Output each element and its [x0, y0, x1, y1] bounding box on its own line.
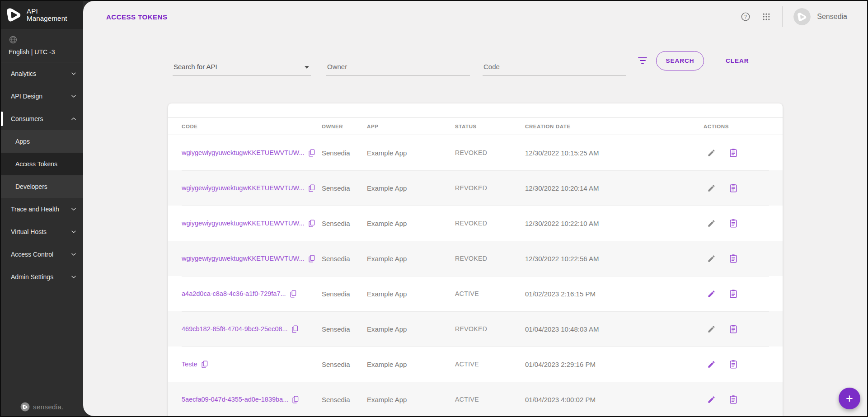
- sidebar-item-label: Analytics: [11, 70, 36, 77]
- sidebar-item-label: Virtual Hosts: [11, 228, 47, 235]
- clipboard-icon[interactable]: [729, 360, 737, 369]
- code-input-placeholder: Code: [483, 63, 500, 70]
- sidebar-item-access-tokens[interactable]: Access Tokens: [1, 153, 83, 175]
- table-row: wgiygewiygyuwektugwKKETUEWVTUW...Sensedi…: [168, 241, 783, 276]
- sidebar-item-consumers[interactable]: Consumers: [1, 108, 83, 130]
- page-title: ACCESS TOKENS: [106, 13, 167, 21]
- owner-input-placeholder: Owner: [327, 63, 347, 70]
- table-row: wgiygewiygyuwektugwKKETUEWVTUW...Sensedi…: [168, 206, 783, 241]
- sidebar-item-label: Access Control: [11, 251, 53, 258]
- app-logo: API Management: [1, 1, 83, 29]
- sidebar-item-analytics[interactable]: Analytics: [1, 62, 83, 85]
- topbar-divider: [782, 6, 783, 27]
- token-code-cell: Teste: [182, 361, 322, 368]
- app-cell: Example App: [367, 361, 455, 368]
- edit-pencil-icon[interactable]: [707, 184, 716, 192]
- clear-button[interactable]: CLEAR: [719, 51, 755, 70]
- sidebar-item-virtual-hosts[interactable]: Virtual Hosts: [1, 220, 83, 243]
- chevron-down-icon: [70, 228, 77, 235]
- clipboard-icon[interactable]: [729, 395, 737, 404]
- edit-pencil-icon[interactable]: [707, 360, 716, 369]
- locale-selector[interactable]: English | UTC -3: [1, 29, 83, 62]
- clipboard-icon[interactable]: [729, 289, 737, 298]
- sidebar-nav: AnalyticsAPI DesignConsumersAppsAccess T…: [1, 62, 83, 288]
- column-header-actions: ACTIONS: [704, 124, 769, 129]
- topbar-actions: ? Sensedia: [741, 6, 867, 27]
- owner-cell: Sensedia: [322, 184, 367, 192]
- status-cell: ACTIVE: [455, 361, 525, 368]
- status-cell: REVOKED: [455, 255, 525, 262]
- help-icon[interactable]: ?: [741, 12, 751, 22]
- app-cell: Example App: [367, 149, 455, 157]
- chevron-down-icon: [70, 251, 77, 258]
- status-cell: ACTIVE: [455, 290, 525, 297]
- app-cell: Example App: [367, 184, 455, 192]
- add-token-button[interactable]: +: [839, 388, 860, 409]
- table-row: a4a2d0ca-c8a8-4c36-a1f0-729fa7...Sensedi…: [168, 276, 783, 311]
- sidebar-item-developers[interactable]: Developers: [1, 175, 83, 198]
- sidebar-item-access-control[interactable]: Access Control: [1, 243, 83, 266]
- footer-brand-label: sensedia.: [33, 403, 64, 411]
- table-row: wgiygewiygyuwektugwKKETUEWVTUW...Sensedi…: [168, 170, 783, 206]
- apps-grid-icon[interactable]: [761, 12, 771, 22]
- filter-icon[interactable]: [638, 57, 647, 66]
- row-actions: [704, 324, 769, 333]
- sidebar-item-apps[interactable]: Apps: [1, 130, 83, 153]
- api-select[interactable]: Search for API: [173, 52, 311, 75]
- owner-input[interactable]: Owner: [326, 52, 470, 75]
- edit-pencil-icon[interactable]: [707, 325, 716, 333]
- chevron-up-icon: [70, 115, 77, 122]
- edit-pencil-icon[interactable]: [707, 254, 716, 263]
- copy-icon[interactable]: [309, 184, 315, 192]
- token-code-text: wgiygewiygyuwektugwKKETUEWVTUW...: [182, 220, 305, 227]
- sidebar-item-label: API Design: [11, 93, 42, 100]
- row-actions: [704, 148, 769, 157]
- app-cell: Example App: [367, 396, 455, 403]
- copy-icon[interactable]: [202, 361, 208, 368]
- chevron-down-icon: [70, 70, 77, 77]
- token-code-cell: 5aecfa09-047d-4355-ad0e-1839ba...: [182, 396, 322, 403]
- edit-pencil-icon[interactable]: [707, 219, 716, 228]
- column-header-app: APP: [367, 124, 455, 129]
- code-input[interactable]: Code: [483, 52, 626, 75]
- edit-pencil-icon[interactable]: [707, 149, 716, 157]
- clipboard-icon[interactable]: [729, 148, 737, 157]
- clipboard-icon[interactable]: [729, 183, 737, 192]
- table-row: TesteSensediaExample AppACTIVE01/04/2023…: [168, 347, 783, 382]
- edit-pencil-icon[interactable]: [707, 290, 716, 298]
- copy-icon[interactable]: [309, 255, 315, 262]
- row-actions: [704, 395, 769, 404]
- user-name[interactable]: Sensedia: [817, 13, 847, 21]
- creation-date-cell: 01/04/2023 4:00:02 PM: [525, 396, 704, 403]
- owner-cell: Sensedia: [322, 149, 367, 157]
- api-select-value: Search for API: [174, 63, 217, 70]
- copy-icon[interactable]: [309, 220, 315, 227]
- sidebar-item-admin-settings[interactable]: Admin Settings: [1, 266, 83, 288]
- copy-icon[interactable]: [292, 325, 298, 333]
- sidebar-item-label: Access Tokens: [15, 160, 57, 168]
- clipboard-icon[interactable]: [729, 219, 737, 228]
- sensedia-play-logo-icon: [5, 6, 22, 23]
- token-code-text: 5aecfa09-047d-4355-ad0e-1839ba...: [182, 396, 288, 403]
- copy-icon[interactable]: [292, 396, 299, 403]
- owner-cell: Sensedia: [322, 361, 367, 368]
- sidebar-item-api-design[interactable]: API Design: [1, 85, 83, 108]
- clipboard-icon[interactable]: [729, 254, 737, 263]
- table-row: wgiygewiygyuwektugwKKETUEWVTUW...Sensedi…: [168, 135, 783, 170]
- search-button[interactable]: SEARCH: [656, 51, 704, 70]
- column-header-status: STATUS: [455, 124, 525, 129]
- app-cell: Example App: [367, 290, 455, 298]
- copy-icon[interactable]: [290, 290, 296, 298]
- copy-icon[interactable]: [309, 149, 315, 157]
- row-actions: [704, 254, 769, 263]
- sidebar-item-trace-and-health[interactable]: Trace and Health: [1, 198, 83, 220]
- clipboard-icon[interactable]: [729, 324, 737, 333]
- table-header-row: CODEOWNERAPPSTATUSCREATION DATEACTIONS: [168, 117, 783, 135]
- status-cell: REVOKED: [455, 220, 525, 227]
- token-code-cell: wgiygewiygyuwektugwKKETUEWVTUW...: [182, 149, 322, 157]
- edit-pencil-icon[interactable]: [707, 395, 716, 404]
- avatar[interactable]: [793, 8, 811, 25]
- app-cell: Example App: [367, 220, 455, 227]
- status-cell: REVOKED: [455, 149, 525, 156]
- column-header-owner: OWNER: [322, 124, 367, 129]
